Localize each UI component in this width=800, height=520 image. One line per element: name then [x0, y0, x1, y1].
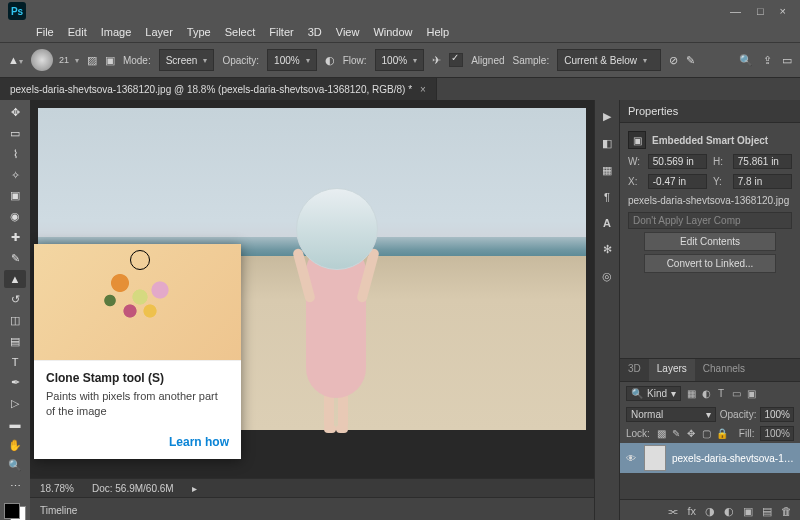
tool-preset-icon[interactable]: ▲▾ [8, 54, 23, 66]
filter-type-icon[interactable]: T [715, 388, 727, 399]
menu-type[interactable]: Type [187, 26, 211, 38]
lock-artboard-icon[interactable]: ▢ [701, 428, 712, 439]
menu-window[interactable]: Window [373, 26, 412, 38]
tab-3d[interactable]: 3D [620, 359, 649, 381]
edit-contents-button[interactable]: Edit Contents [644, 232, 776, 251]
filter-smart-icon[interactable]: ▣ [745, 388, 757, 399]
character-panel-icon[interactable]: A [603, 217, 611, 229]
delete-icon[interactable]: 🗑 [781, 505, 792, 517]
shape-tool[interactable]: ▬ [4, 415, 26, 433]
healing-tool[interactable]: ✚ [4, 229, 26, 247]
close-tab-icon[interactable]: × [420, 84, 426, 95]
marquee-tool[interactable]: ▭ [4, 125, 26, 143]
menu-3d[interactable]: 3D [308, 26, 322, 38]
color-panel-icon[interactable]: ◧ [602, 137, 612, 150]
canvas[interactable]: Clone Stamp tool (S) Paints with pixels … [30, 100, 594, 478]
layer-name[interactable]: pexels-daria-shevtsova-1368... [672, 453, 796, 464]
pressure-opacity-icon[interactable]: ◐ [325, 54, 335, 67]
mask-icon[interactable]: ◑ [705, 505, 715, 518]
pen-tool[interactable]: ✒ [4, 374, 26, 392]
layer-thumbnail[interactable] [644, 445, 666, 471]
tooltip-learn-link[interactable]: Learn how [34, 429, 241, 459]
search-icon[interactable]: 🔍 [739, 54, 753, 67]
brush-preview-icon[interactable] [31, 49, 53, 71]
visibility-icon[interactable]: 👁 [624, 453, 638, 464]
workspace-icon[interactable]: ▭ [782, 54, 792, 67]
minimize-button[interactable]: — [730, 5, 741, 17]
fx-icon[interactable]: fx [687, 505, 696, 517]
menu-filter[interactable]: Filter [269, 26, 293, 38]
sample-select[interactable]: Current & Below▾ [557, 49, 661, 71]
flow-input[interactable]: 100%▾ [375, 49, 425, 71]
h-input[interactable]: 75.861 in [733, 154, 792, 169]
crop-tool[interactable]: ▣ [4, 187, 26, 205]
quick-share-icon[interactable]: ⇪ [763, 54, 772, 67]
lock-pos-icon[interactable]: ✥ [686, 428, 697, 439]
new-layer-icon[interactable]: ▤ [762, 505, 772, 518]
adjustment-icon[interactable]: ◐ [724, 505, 734, 518]
menu-view[interactable]: View [336, 26, 360, 38]
menu-select[interactable]: Select [225, 26, 256, 38]
clone-stamp-tool[interactable]: ▲ [4, 270, 26, 288]
status-arrow-icon[interactable]: ▸ [192, 483, 197, 494]
x-input[interactable]: -0.47 in [648, 174, 707, 189]
zoom-level[interactable]: 18.78% [40, 483, 74, 494]
eraser-tool[interactable]: ◫ [4, 312, 26, 330]
brush-tool[interactable]: ✎ [4, 249, 26, 267]
doc-size[interactable]: Doc: 56.9M/60.6M [92, 483, 174, 494]
w-input[interactable]: 50.569 in [648, 154, 707, 169]
layer-row[interactable]: 👁 pexels-daria-shevtsova-1368... [620, 443, 800, 473]
tab-layers[interactable]: Layers [649, 359, 695, 381]
filter-kind-select[interactable]: 🔍Kind▾ [626, 386, 681, 401]
filter-adjust-icon[interactable]: ◐ [700, 388, 712, 399]
lock-all-icon[interactable]: 🔒 [716, 428, 727, 439]
lasso-tool[interactable]: ⌇ [4, 146, 26, 164]
mode-select[interactable]: Screen▾ [159, 49, 215, 71]
cc-panel-icon[interactable]: ◎ [602, 270, 612, 283]
ignore-adjust-icon[interactable]: ⊘ [669, 54, 678, 67]
fill-input[interactable]: 100% [760, 426, 794, 441]
edit-toolbar[interactable]: ⋯ [4, 478, 26, 496]
clone-source-icon[interactable]: ▣ [105, 54, 115, 67]
move-tool[interactable]: ✥ [4, 104, 26, 122]
document-tab[interactable]: pexels-daria-shevtsova-1368120.jpg @ 18.… [0, 78, 437, 100]
properties-panel-tab[interactable]: Properties [620, 100, 800, 123]
filter-pixel-icon[interactable]: ▦ [685, 388, 697, 399]
pressure-size-icon[interactable]: ✎ [686, 54, 695, 67]
close-button[interactable]: × [780, 5, 786, 17]
lock-trans-icon[interactable]: ▩ [656, 428, 667, 439]
group-icon[interactable]: ▣ [743, 505, 753, 518]
lock-paint-icon[interactable]: ✎ [671, 428, 682, 439]
brush-panel-icon[interactable]: ▨ [87, 54, 97, 67]
play-icon[interactable]: ▶ [603, 110, 611, 123]
color-swatches[interactable] [4, 503, 26, 520]
menu-image[interactable]: Image [101, 26, 132, 38]
maximize-button[interactable]: □ [757, 5, 764, 17]
paragraph-panel-icon[interactable]: ¶ [604, 191, 610, 203]
gradient-tool[interactable]: ▤ [4, 332, 26, 350]
eyedropper-tool[interactable]: ◉ [4, 208, 26, 226]
type-tool[interactable]: T [4, 353, 26, 371]
link-layers-icon[interactable]: ⫘ [667, 505, 678, 517]
adjust-panel-icon[interactable]: ✻ [603, 243, 612, 256]
zoom-tool[interactable]: 🔍 [4, 457, 26, 475]
menu-file[interactable]: File [36, 26, 54, 38]
tab-channels[interactable]: Channels [695, 359, 753, 381]
convert-linked-button[interactable]: Convert to Linked... [644, 254, 776, 273]
y-input[interactable]: 7.8 in [733, 174, 792, 189]
history-brush-tool[interactable]: ↺ [4, 291, 26, 309]
swatches-panel-icon[interactable]: ▦ [602, 164, 612, 177]
airbrush-icon[interactable]: ✈ [432, 54, 441, 67]
menu-layer[interactable]: Layer [145, 26, 173, 38]
blend-mode-select[interactable]: Normal▾ [626, 407, 716, 422]
layer-opacity-input[interactable]: 100% [760, 407, 794, 422]
menu-help[interactable]: Help [427, 26, 450, 38]
magic-wand-tool[interactable]: ✧ [4, 166, 26, 184]
timeline-panel[interactable]: Timeline [30, 497, 594, 520]
aligned-checkbox[interactable] [449, 53, 463, 67]
hand-tool[interactable]: ✋ [4, 436, 26, 454]
path-select-tool[interactable]: ▷ [4, 395, 26, 413]
opacity-input[interactable]: 100%▾ [267, 49, 317, 71]
filter-shape-icon[interactable]: ▭ [730, 388, 742, 399]
menu-edit[interactable]: Edit [68, 26, 87, 38]
